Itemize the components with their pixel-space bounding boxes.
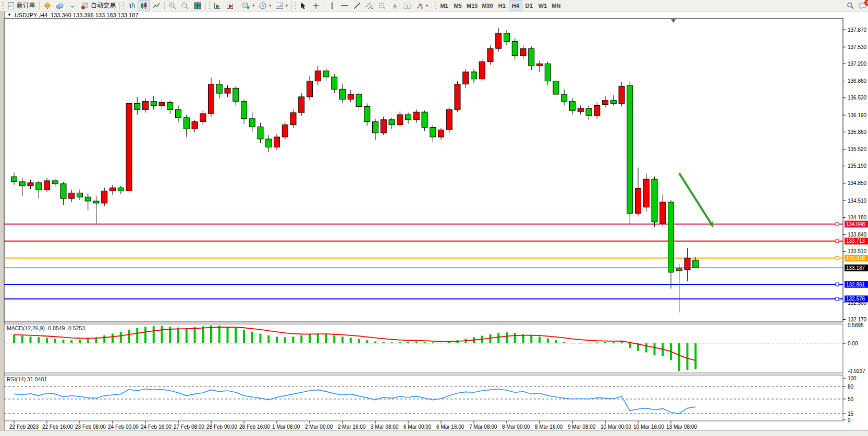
macd-histogram-bar [317,333,319,343]
timeframe-m1-button[interactable]: M1 [437,1,451,10]
bar-chart-button[interactable] [125,1,138,10]
timeframe-m30-button[interactable]: M30 [480,1,495,10]
candle-body [479,62,485,79]
candle-body [619,86,625,103]
macd-histogram-bar [399,342,401,343]
macd-histogram-bar [251,332,253,343]
line-chart-button[interactable] [150,1,163,10]
auto-scroll-icon [213,2,222,10]
candle-body [241,102,247,119]
candle-body [266,139,272,147]
time-tick-label: 8 Mar 00:00 [502,424,530,430]
text-label-button[interactable]: T [401,1,413,10]
timeframe-m15-button[interactable]: M15 [464,1,480,10]
line-handle[interactable] [836,257,839,260]
search-button[interactable] [844,1,857,10]
macd-histogram-bar [276,337,278,343]
svg-text:F: F [384,6,386,9]
macd-histogram-bar [440,343,442,343]
price-tick-label: 134.850 [848,180,867,186]
auto-scroll-button[interactable] [211,1,224,10]
rsi-axis: 1008050150 [843,376,857,423]
arrows-dropdown-button[interactable]: ▾ [413,1,430,10]
macd-histogram-bar [448,342,450,343]
price-tick-label: 135.860 [848,129,867,135]
candle-body [44,181,50,190]
notifications-button[interactable]: 1 [857,1,868,10]
candle-body [504,33,510,42]
macd-histogram-bar [227,327,229,343]
macd-histogram-bar [128,330,130,343]
indicators-dropdown-button[interactable]: ▾ [273,1,290,10]
market-button[interactable] [41,1,54,10]
vps-button[interactable] [54,1,66,10]
line-handle[interactable] [836,283,839,286]
macd-histogram-bar [333,335,335,343]
timeframe-m5-button[interactable]: M5 [451,1,464,10]
macd-histogram-bar [514,333,516,343]
macd-histogram-bar [506,332,508,343]
candle-body [553,81,559,94]
timeframe-h1-button[interactable]: H1 [495,1,509,10]
timeframe-w1-button[interactable]: W1 [536,1,549,10]
fibonacci-button[interactable]: F [376,1,388,10]
macd-histogram-bar [358,339,360,343]
time-tick-label: 24 Feb 00:00 [108,424,139,430]
candle-body [578,108,583,111]
vertical-line-icon [328,2,336,10]
crosshair-button[interactable] [310,1,322,10]
rsi-tick-label: 0 [848,417,851,423]
candle-body [603,101,608,105]
period-dropdown-button[interactable]: ▾ [256,1,273,10]
line-handle[interactable] [836,222,839,226]
text-button[interactable]: A [388,1,401,10]
chart-canvas[interactable]: 137.870137.530137.200136.860136.530136.1… [0,0,868,436]
horizontal-line-button[interactable] [338,1,351,10]
collapse-chart-icon[interactable]: ▼ [7,13,11,17]
price-tick-label: 133.840 [848,232,867,238]
timeframe-h4-button[interactable]: H4 [509,1,522,10]
macd-histogram-bar [325,334,327,343]
candle-body [463,72,469,84]
candle-body [652,179,657,222]
macd-histogram-bar [341,337,344,343]
timeframe-d1-button[interactable]: D1 [522,1,536,10]
cursor-button[interactable] [297,1,310,10]
time-tick-label: 13 Mar 08:00 [666,424,697,430]
line-handle[interactable] [836,240,839,243]
candle-body [627,85,633,213]
autotrading-button[interactable]: 自动交易 [79,1,118,10]
tile-windows-button[interactable] [191,1,204,10]
macd-histogram-bar [87,339,89,343]
candle-body [364,106,370,121]
macd-histogram-bar [580,343,582,343]
new-chart-icon [242,2,250,10]
trendline-button[interactable] [351,1,363,10]
candlestick-chart-button[interactable] [138,1,150,10]
zoom-out-button[interactable] [179,1,191,10]
vertical-line-button[interactable] [326,1,338,10]
equidistant-channel-button[interactable]: E [363,1,376,10]
svg-text:T: T [406,3,409,8]
macd-histogram-bar [654,343,656,355]
price-tick-label: 135.520 [848,146,867,152]
zoom-in-button[interactable] [166,1,179,10]
price-label-text: 132.576 [846,296,865,302]
line-handle[interactable] [836,297,839,301]
macd-histogram-bar [144,327,146,343]
macd-histogram-bar [112,333,114,343]
candle-body [570,102,576,111]
arrows-icon [415,2,424,10]
candle-body [520,48,526,56]
crosshair-icon [312,2,320,10]
signals-button[interactable] [66,1,79,10]
new-chart-button[interactable]: ▾ [240,1,256,10]
macd-histogram-bar [260,333,262,343]
new-order-button[interactable]: 新订单 [5,1,38,10]
chart-shift-button[interactable] [224,1,236,10]
timeframe-mn-button[interactable]: MN [549,1,563,10]
macd-histogram-bar [432,342,434,343]
macd-histogram-bar [284,337,286,343]
macd-histogram-bar [153,326,155,343]
macd-histogram-bar [424,342,426,343]
